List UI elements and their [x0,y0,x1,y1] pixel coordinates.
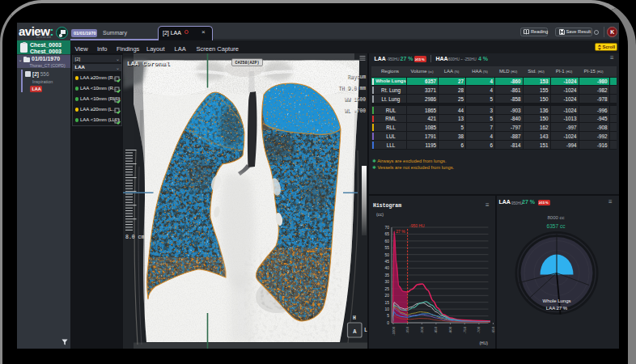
svg-text:-800: -800 [448,326,452,333]
svg-text:-950: -950 [405,326,409,333]
svg-text:(HU): (HU) [479,341,488,345]
svg-text:-650: -650 [491,326,495,333]
svg-text:WL -700: WL -700 [345,108,367,114]
svg-text:35: 35 [384,273,389,277]
svg-text:(cc): (cc) [376,212,384,217]
svg-text:40: 40 [384,265,389,270]
svg-text:15: 15 [384,300,389,305]
svg-text:-850: -850 [434,326,438,333]
svg-text:-700: -700 [477,326,481,333]
svg-text:-750: -750 [463,326,467,333]
svg-text:TH 9.0 mm: TH 9.0 mm [338,86,366,91]
svg-text:50: 50 [384,252,389,257]
svg-text:0: 0 [387,320,389,325]
svg-text:70: 70 [384,225,389,230]
svg-text:8.0 cm: 8.0 cm [125,235,145,240]
svg-text:60: 60 [384,239,389,243]
svg-text:30: 30 [384,279,389,284]
svg-text:55: 55 [384,245,389,250]
svg-text:45: 45 [384,259,389,264]
svg-text:C#258(A2P): C#258(A2P) [235,61,259,66]
svg-text:Whole Lungs: Whole Lungs [542,298,570,303]
svg-text:LAA 27 %: LAA 27 % [545,306,567,311]
svg-text:LAA Coronal: LAA Coronal [127,60,170,67]
svg-text:-900: -900 [420,326,424,333]
svg-text:25: 25 [384,286,389,291]
svg-text:20: 20 [384,293,389,298]
svg-text:-1000: -1000 [392,326,396,335]
svg-text:WW 1500: WW 1500 [345,97,367,103]
svg-text:27 %: 27 % [396,229,405,234]
svg-text:-950 HU: -950 HU [409,223,425,228]
svg-text:5: 5 [387,313,389,318]
svg-text:H: H [353,315,356,321]
svg-text:65: 65 [384,231,389,236]
svg-text:L: L [364,328,367,333]
svg-text:Raysum: Raysum [347,74,366,80]
svg-text:10: 10 [384,307,389,311]
